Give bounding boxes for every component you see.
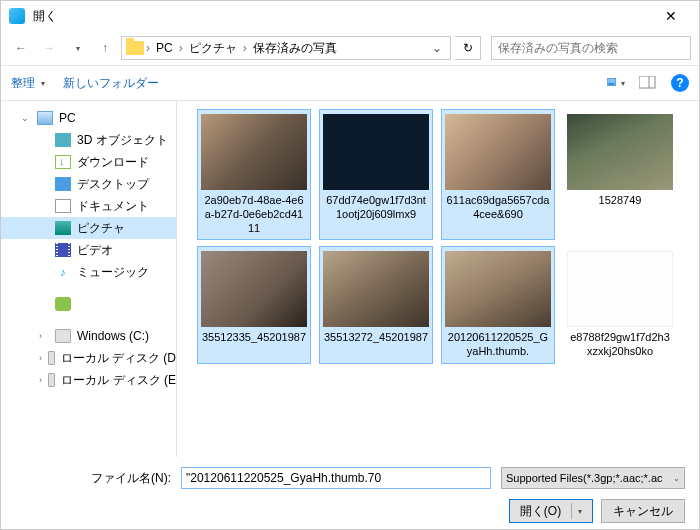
refresh-button[interactable]: ↻ — [455, 36, 481, 60]
thumbnail — [567, 114, 673, 190]
file-item[interactable]: 67dd74e0gw1f7d3nt1ootj20j609lmx9 — [319, 109, 433, 240]
file-item[interactable]: 20120611220525_GyaHh.thumb. — [441, 246, 555, 364]
tree-item-label: ローカル ディスク (D — [61, 350, 176, 367]
filename-label: ファイル名(N): — [91, 470, 171, 487]
tree-item-ピクチャ[interactable]: ピクチャ — [1, 217, 176, 239]
crumb-pc[interactable]: PC — [152, 41, 177, 55]
tree-item-label: ビデオ — [77, 242, 113, 259]
tree-item-label: 3D オブジェクト — [77, 132, 168, 149]
file-name: 35512335_45201987 — [202, 331, 306, 345]
thumbnail — [323, 251, 429, 327]
chevron-right-icon: › — [243, 41, 247, 55]
svg-rect-2 — [639, 76, 655, 88]
search-box[interactable] — [491, 36, 691, 60]
organize-menu[interactable]: 整理▾ — [11, 75, 45, 92]
dl-icon — [55, 155, 71, 169]
tree-item-ダウンロード[interactable]: ダウンロード — [1, 151, 176, 173]
drv-icon — [48, 373, 55, 387]
footer: ファイル名(N): Supported Files(*.3gp;*.aac;*.… — [1, 457, 699, 530]
thumbnail — [201, 251, 307, 327]
crumb-pictures[interactable]: ピクチャ — [185, 40, 241, 57]
folder-icon — [126, 41, 144, 55]
title-bar: 開く ✕ — [1, 1, 699, 31]
tree-item-ローカル ディスク (D[interactable]: ›ローカル ディスク (D — [1, 347, 176, 369]
mus-icon: ♪ — [55, 265, 71, 279]
tree-item-label: Windows (C:) — [77, 329, 149, 343]
recent-dropdown[interactable]: ▾ — [65, 36, 89, 60]
chevron-down-icon: ⌄ — [21, 113, 31, 123]
file-item[interactable]: 2a90eb7d-48ae-4e6a-b27d-0e6eb2cd4111 — [197, 109, 311, 240]
tree-item-デスクトップ[interactable]: デスクトップ — [1, 173, 176, 195]
cancel-button[interactable]: キャンセル — [601, 499, 685, 523]
file-name: 35513272_45201987 — [324, 331, 428, 345]
file-item[interactable]: 1528749 — [563, 109, 677, 240]
tree-item-label: ダウンロード — [77, 154, 149, 171]
tree-item-label: デスクトップ — [77, 176, 149, 193]
vid-icon — [55, 243, 71, 257]
file-item[interactable]: 611ac69dga5657cda4cee&690 — [441, 109, 555, 240]
file-type-filter[interactable]: Supported Files(*.3gp;*.aac;*.ac ⌄ — [501, 467, 685, 489]
file-name: 611ac69dga5657cda4cee&690 — [446, 194, 550, 222]
window-title: 開く — [33, 8, 651, 25]
thumbnail — [445, 114, 551, 190]
tree-item-ビデオ[interactable]: ビデオ — [1, 239, 176, 261]
tree-item-PC[interactable]: ⌄PC — [1, 107, 176, 129]
view-menu[interactable]: ▾ — [607, 75, 625, 91]
pic-icon — [55, 221, 71, 235]
drv-icon — [55, 329, 71, 343]
address-bar[interactable]: › PC › ピクチャ › 保存済みの写真 ⌄ — [121, 36, 451, 60]
tree-item-label: ドキュメント — [77, 198, 149, 215]
chevron-right-icon: › — [39, 375, 42, 385]
tree-item-label: ミュージック — [77, 264, 149, 281]
file-name: 1528749 — [599, 194, 642, 208]
file-name: 20120611220525_GyaHh.thumb. — [446, 331, 550, 359]
search-input[interactable] — [498, 41, 684, 55]
crumb-saved-photos[interactable]: 保存済みの写真 — [249, 40, 341, 57]
3d-icon — [55, 133, 71, 147]
tree-item-label: ピクチャ — [77, 220, 125, 237]
tree-item-3D オブジェクト[interactable]: 3D オブジェクト — [1, 129, 176, 151]
app-icon — [9, 8, 25, 24]
help-button[interactable]: ? — [671, 74, 689, 92]
filter-label: Supported Files(*.3gp;*.aac;*.ac — [506, 472, 663, 484]
chevron-right-icon: › — [39, 353, 42, 363]
file-name: e8788f29gw1f7d2h3xzxkj20hs0ko — [568, 331, 672, 359]
chevron-right-icon: › — [146, 41, 150, 55]
thumbnail — [323, 114, 429, 190]
tree-item-ドキュメント[interactable]: ドキュメント — [1, 195, 176, 217]
back-button[interactable]: ← — [9, 36, 33, 60]
tree-item-label: ローカル ディスク (E — [61, 372, 176, 389]
navigation-pane[interactable]: ⌄PC3D オブジェクトダウンロードデスクトップドキュメントピクチャビデオ♪ミュ… — [1, 101, 177, 457]
file-name: 67dd74e0gw1f7d3nt1ootj20j609lmx9 — [324, 194, 428, 222]
nav-row: ← → ▾ ↑ › PC › ピクチャ › 保存済みの写真 ⌄ ↻ — [1, 31, 699, 65]
svg-rect-1 — [608, 83, 614, 85]
tree-item-label: PC — [59, 111, 76, 125]
new-folder-button[interactable]: 新しいフォルダー — [63, 75, 159, 92]
toolbar: 整理▾ 新しいフォルダー ▾ ? — [1, 65, 699, 101]
open-button[interactable]: 開く(O) ▾ — [509, 499, 593, 523]
preview-pane-button[interactable] — [639, 75, 657, 91]
file-item[interactable]: e8788f29gw1f7d2h3xzxkj20hs0ko — [563, 246, 677, 364]
tree-item-app[interactable] — [1, 293, 176, 315]
thumbnail — [567, 251, 673, 327]
tree-item-ミュージック[interactable]: ♪ミュージック — [1, 261, 176, 283]
chevron-down-icon: ▾ — [578, 507, 582, 516]
up-button[interactable]: ↑ — [93, 36, 117, 60]
forward-button[interactable]: → — [37, 36, 61, 60]
file-item[interactable]: 35512335_45201987 — [197, 246, 311, 364]
desk-icon — [55, 177, 71, 191]
file-item[interactable]: 35513272_45201987 — [319, 246, 433, 364]
close-button[interactable]: ✕ — [651, 8, 691, 24]
chevron-down-icon: ⌄ — [673, 474, 680, 483]
chevron-right-icon: › — [39, 331, 49, 341]
file-list[interactable]: 2a90eb7d-48ae-4e6a-b27d-0e6eb2cd411167dd… — [177, 101, 699, 457]
app-icon — [55, 297, 71, 311]
chevron-right-icon: › — [179, 41, 183, 55]
tree-item-ローカル ディスク (E[interactable]: ›ローカル ディスク (E — [1, 369, 176, 391]
filename-input[interactable] — [181, 467, 491, 489]
doc-icon — [55, 199, 71, 213]
thumbnail — [445, 251, 551, 327]
tree-item-Windows (C:)[interactable]: ›Windows (C:) — [1, 325, 176, 347]
drv-icon — [48, 351, 54, 365]
address-dropdown[interactable]: ⌄ — [428, 41, 446, 55]
